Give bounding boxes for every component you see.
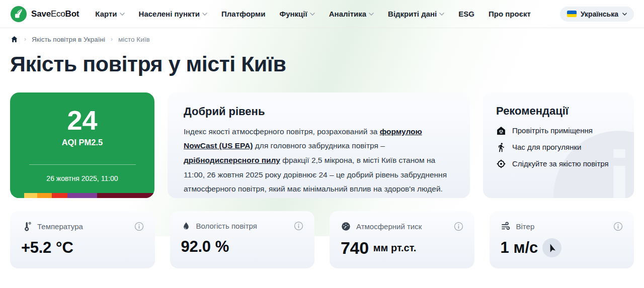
weather-stats-row: Температура +5.2 °C Вологість повітр [10, 211, 634, 268]
gauge-icon [341, 221, 351, 232]
nav-item-analytics[interactable]: Аналітика [329, 10, 374, 18]
breadcrumb-air-quality-ukraine[interactable]: Якість повітря в Україні [32, 36, 105, 43]
recommendation-monitor: Слідкуйте за якістю повітря [496, 159, 621, 169]
language-selector[interactable]: Українська [560, 7, 634, 22]
humidity-unit: % [215, 238, 229, 256]
aqi-divider [29, 164, 136, 165]
nav-item-open-data[interactable]: Відкриті дані [388, 10, 444, 18]
nav-item-label: Платформи [221, 10, 265, 18]
breadcrumb: › Якість повітря в Україні › місто Київ [10, 35, 634, 43]
wind-icon [501, 221, 511, 232]
wind-card: Вітер 1 м/с [490, 211, 634, 268]
nav-item-platforms[interactable]: Платформи [221, 10, 265, 18]
nav-item-label: Функції [279, 10, 307, 18]
main-nav: Карти Населені пункти Платформи Функції … [95, 10, 530, 18]
info-icon[interactable] [613, 222, 623, 231]
aqi-value: 24 [67, 107, 97, 134]
thermometer-icon [21, 221, 32, 232]
language-label: Українська [581, 10, 618, 18]
aqi-scale-segment [52, 193, 67, 198]
nav-item-settlements[interactable]: Населені пункти [139, 10, 207, 18]
breadcrumb-city-kyiv: місто Київ [118, 36, 150, 43]
aqi-scale-segment [24, 193, 37, 198]
main-content: › Якість повітря в Україні › місто Київ … [0, 35, 644, 268]
pressure-card: Атмосферний тиск 740 мм рт.ст. [330, 211, 474, 268]
nav-item-label: Населені пункти [139, 10, 200, 18]
chevron-down-icon [202, 13, 207, 16]
aqi-card: 24 AQI PM2.5 26 жовтня 2025, 11:00 [10, 92, 154, 198]
page: SaveEcoBot Карти Населені пункти Платфор… [0, 0, 644, 288]
aqi-timestamp: 26 жовтня 2025, 11:00 [46, 174, 118, 182]
top-nav: SaveEcoBot Карти Населені пункти Платфор… [0, 0, 644, 28]
stat-label: Вітер [516, 222, 535, 231]
info-icon[interactable] [134, 222, 144, 231]
saveecobot-logo[interactable]: SaveEcoBot [10, 6, 79, 23]
recommendation-label: Час для прогулянки [512, 143, 581, 151]
nav-item-maps[interactable]: Карти [95, 10, 124, 18]
nav-item-about[interactable]: Про проєкт [489, 10, 531, 18]
stat-label: Атмосферний тиск [356, 222, 422, 231]
walk-icon [496, 142, 506, 152]
breadcrumb-separator: › [111, 36, 113, 43]
chevron-down-icon [310, 13, 315, 16]
aqi-scale-bar [10, 193, 154, 198]
recommendation-walk: Час для прогулянки [496, 142, 621, 152]
nav-item-label: Про проєкт [489, 10, 531, 18]
recommendations-card: i Рекомендації Провітріть приміщення [483, 92, 634, 198]
recommendations-title: Рекомендації [496, 105, 621, 118]
aqi-metric-label: AQI PM2.5 [62, 138, 103, 147]
recommendations-list: Провітріть приміщення Час для прогулянки [496, 126, 621, 169]
humidity-value: 92.0 [181, 238, 211, 256]
wind-direction-badge [542, 238, 561, 257]
summary-row: 24 AQI PM2.5 26 жовтня 2025, 11:00 Добри… [10, 92, 634, 198]
target-icon [496, 159, 506, 169]
aqi-level-description: Індекс якості атмосферного повітря, розр… [184, 125, 454, 197]
droplet-icon [181, 221, 191, 231]
saveecobot-logo-text: SaveEcoBot [31, 9, 79, 19]
aqi-scale-segment [10, 193, 24, 198]
recommendation-ventilate: Провітріть приміщення [496, 126, 621, 136]
wind-speed-value: 1 [501, 239, 509, 257]
recommendation-label: Провітріть приміщення [512, 126, 593, 135]
recommendation-label: Слідкуйте за якістю повітря [512, 159, 609, 168]
nav-item-label: ESG [458, 10, 474, 18]
aqi-level-card: Добрий рівень Індекс якості атмосферного… [168, 92, 470, 198]
wind-direction-arrow-icon [546, 242, 558, 253]
nav-item-label: Карти [95, 10, 117, 18]
chevron-down-icon [369, 13, 374, 16]
aqi-scale-segment [67, 193, 97, 198]
fine-dust-link[interactable]: дрібнодисперсного пилу [184, 156, 280, 164]
chevron-down-icon [120, 13, 125, 16]
ventilate-home-icon [496, 126, 506, 136]
chevron-down-icon [622, 13, 627, 16]
pressure-value: 740 [341, 238, 369, 258]
description-text: Індекс якості атмосферного повітря, розр… [184, 127, 380, 136]
nav-item-functions[interactable]: Функції [279, 10, 314, 18]
humidity-card: Вологість повітря 92.0 % [170, 211, 315, 268]
page-title: Якість повітря у місті Київ [10, 51, 634, 77]
pressure-unit: мм рт.ст. [373, 242, 416, 254]
aqi-level-title: Добрий рівень [184, 105, 454, 118]
home-icon[interactable] [10, 35, 19, 43]
nav-item-label: Відкриті дані [388, 10, 437, 18]
temperature-unit: °C [56, 239, 73, 257]
info-icon[interactable] [454, 222, 463, 231]
breadcrumb-separator: › [24, 36, 26, 43]
nav-item-label: Аналітика [329, 10, 366, 18]
chevron-down-icon [439, 13, 444, 16]
description-text: для головного забрудника повітря – [253, 141, 385, 150]
aqi-scale-segment [37, 193, 52, 198]
stat-label: Температура [37, 222, 83, 231]
temperature-card: Температура +5.2 °C [10, 211, 155, 268]
aqi-scale-segment [97, 193, 154, 198]
ukraine-flag-icon [567, 11, 577, 17]
nav-item-esg[interactable]: ESG [458, 10, 474, 18]
saveecobot-logo-icon [10, 6, 27, 23]
info-icon[interactable] [294, 221, 303, 231]
stat-label: Вологість повітря [196, 222, 257, 230]
temperature-value: +5.2 [21, 239, 51, 257]
wind-speed-unit: м/с [513, 239, 538, 257]
